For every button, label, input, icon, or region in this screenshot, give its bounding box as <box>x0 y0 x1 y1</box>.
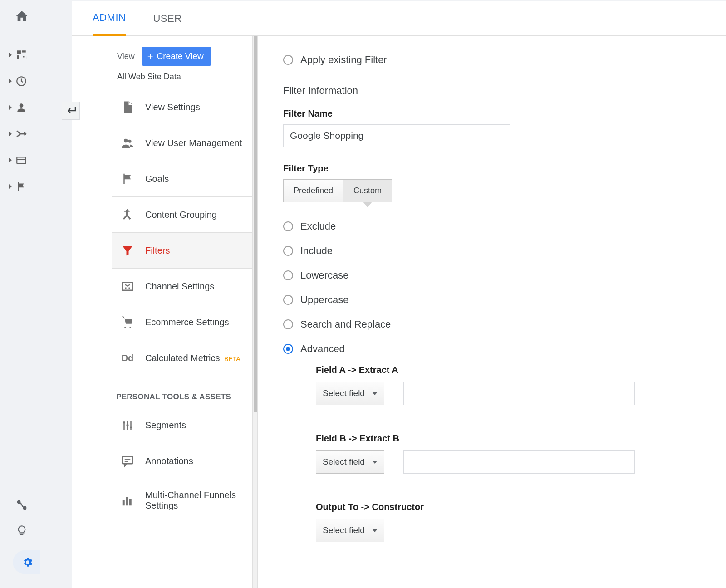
predefined-button[interactable]: Predefined <box>283 179 343 202</box>
field-a-select[interactable]: Select field <box>316 382 384 405</box>
chevron-right-icon <box>9 105 12 110</box>
chevron-down-icon <box>372 392 378 395</box>
view-label: View <box>117 52 135 61</box>
radio-icon <box>283 221 293 231</box>
nav-audience[interactable] <box>9 102 34 113</box>
radio-uppercase[interactable]: Uppercase <box>283 294 708 306</box>
channel-icon <box>121 279 134 293</box>
radio-icon <box>283 270 293 280</box>
svg-rect-2 <box>17 55 19 59</box>
radio-icon <box>283 246 293 256</box>
nav-customization[interactable]: + <box>9 49 34 61</box>
extract-a-input[interactable] <box>403 382 635 405</box>
radio-lowercase[interactable]: Lowercase <box>283 270 708 281</box>
back-arrow-icon <box>65 106 76 115</box>
apply-existing-filter-radio[interactable]: Apply existing Filter <box>283 54 708 66</box>
chevron-right-icon <box>9 158 12 162</box>
svg-point-6 <box>20 103 24 108</box>
nav-realtime[interactable] <box>9 75 34 87</box>
funnel-icon <box>121 244 134 257</box>
arrows-merge-icon <box>15 128 27 140</box>
nav-conversions[interactable] <box>9 181 34 192</box>
svg-rect-3 <box>23 56 24 57</box>
menu-user-management[interactable]: View User Management <box>112 125 252 161</box>
radio-include[interactable]: Include <box>283 245 708 257</box>
nav-behavior[interactable] <box>9 154 34 166</box>
chevron-down-icon <box>372 529 378 532</box>
output-select[interactable]: Select field <box>316 519 384 542</box>
view-name[interactable]: All Web Site Data <box>112 72 252 89</box>
output-label: Output To -> Constructor <box>316 502 708 512</box>
field-a-label: Field A -> Extract A <box>316 365 708 375</box>
svg-rect-7 <box>17 157 26 164</box>
radio-icon <box>283 344 293 354</box>
bars-icon <box>121 494 134 507</box>
filter-name-input[interactable] <box>283 124 510 147</box>
divider <box>367 91 708 91</box>
radio-icon <box>283 319 293 329</box>
tab-user[interactable]: USER <box>153 2 182 35</box>
beta-badge: BETA <box>224 355 240 363</box>
admin-tabs: ADMIN USER <box>72 1 726 36</box>
menu-ecommerce[interactable]: Ecommerce Settings <box>112 304 252 340</box>
admin-gear-active[interactable] <box>13 550 40 574</box>
menu-content-grouping[interactable]: Content Grouping <box>112 197 252 233</box>
svg-rect-17 <box>129 499 132 505</box>
radio-icon <box>283 55 293 65</box>
menu-calculated-metrics[interactable]: Dd Calculated Metrics BETA <box>112 340 252 376</box>
gear-icon <box>22 556 34 568</box>
custom-button[interactable]: Custom <box>343 179 392 202</box>
dd-icon: Dd <box>121 351 134 365</box>
menu-filters[interactable]: Filters <box>112 233 252 269</box>
filter-form: Apply existing Filter Filter Information… <box>258 36 726 588</box>
segments-icon <box>121 418 134 432</box>
filter-name-label: Filter Name <box>283 108 708 119</box>
chevron-right-icon <box>9 79 12 83</box>
chevron-right-icon <box>9 132 12 136</box>
document-icon <box>121 100 134 114</box>
discover-icon[interactable] <box>16 524 28 536</box>
filter-type-label: Filter Type <box>283 163 708 174</box>
menu-channel-settings[interactable]: Channel Settings <box>112 269 252 304</box>
view-column: View + Create View All Web Site Data Vie… <box>72 36 252 588</box>
scrollbar-thumb[interactable] <box>254 36 257 412</box>
cart-icon <box>121 315 134 329</box>
menu-segments[interactable]: Segments <box>112 407 252 443</box>
radio-advanced[interactable]: Advanced <box>283 343 708 355</box>
back-button[interactable] <box>62 102 80 120</box>
menu-view-settings[interactable]: View Settings <box>112 89 252 125</box>
chevron-right-icon <box>9 184 12 189</box>
svg-rect-15 <box>123 500 125 505</box>
extract-b-input[interactable] <box>403 450 635 474</box>
merge-icon <box>121 208 134 221</box>
flag-icon <box>15 181 27 192</box>
vertical-scrollbar[interactable] <box>252 36 258 588</box>
field-b-select[interactable]: Select field <box>316 450 384 474</box>
chevron-down-icon <box>372 461 378 464</box>
svg-text:+: + <box>25 55 27 60</box>
radio-exclude[interactable]: Exclude <box>283 220 708 232</box>
people-icon <box>121 136 134 150</box>
radio-search-replace[interactable]: Search and Replace <box>283 318 708 330</box>
menu-goals[interactable]: Goals <box>112 161 252 197</box>
home-icon[interactable] <box>15 9 29 24</box>
nav-acquisition[interactable] <box>9 128 34 140</box>
field-b-label: Field B -> Extract B <box>316 433 708 444</box>
filter-information-heading: Filter Information <box>283 85 358 97</box>
svg-rect-16 <box>126 497 128 506</box>
tab-admin[interactable]: ADMIN <box>93 1 126 36</box>
menu-mcf-settings[interactable]: Multi-Channel Funnels Settings <box>112 479 252 522</box>
svg-rect-1 <box>22 50 26 52</box>
main-card: ADMIN USER View + Create View All Web Si… <box>72 1 726 588</box>
menu-annotations[interactable]: Annotations <box>112 443 252 479</box>
create-view-button[interactable]: + Create View <box>142 47 211 66</box>
svg-rect-0 <box>17 50 21 54</box>
chevron-right-icon <box>9 53 12 57</box>
person-icon <box>15 102 27 113</box>
dashboard-icon: + <box>15 49 27 61</box>
radio-icon <box>283 295 293 305</box>
annotation-icon <box>121 454 134 468</box>
card-icon <box>15 154 27 166</box>
attribution-icon[interactable] <box>16 499 28 511</box>
filter-type-toggle: Predefined Custom <box>283 179 708 202</box>
